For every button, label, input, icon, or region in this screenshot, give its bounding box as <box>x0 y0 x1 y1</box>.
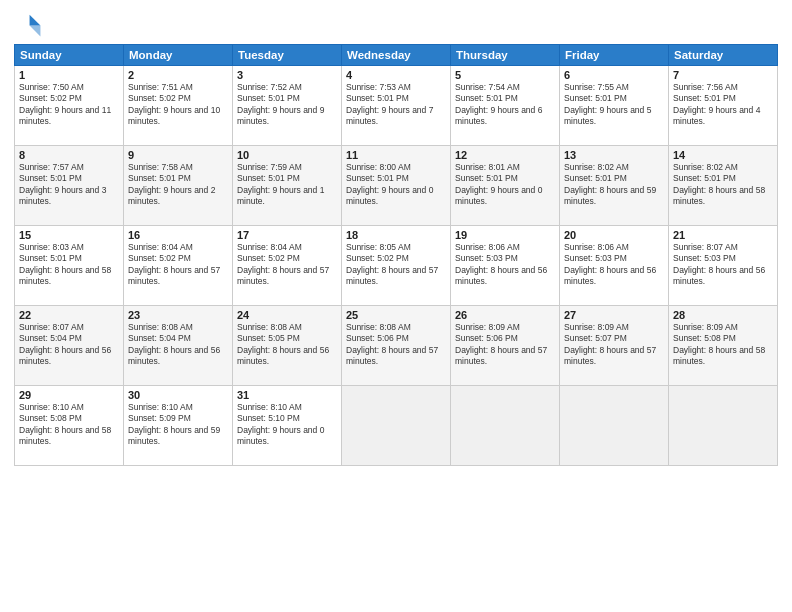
day-cell: 26 Sunrise: 8:09 AM Sunset: 5:06 PM Dayl… <box>451 306 560 386</box>
day-number: 14 <box>673 149 773 161</box>
day-number: 22 <box>19 309 119 321</box>
day-cell: 5 Sunrise: 7:54 AM Sunset: 5:01 PM Dayli… <box>451 66 560 146</box>
day-cell: 30 Sunrise: 8:10 AM Sunset: 5:09 PM Dayl… <box>124 386 233 466</box>
day-cell <box>342 386 451 466</box>
day-cell: 24 Sunrise: 8:08 AM Sunset: 5:05 PM Dayl… <box>233 306 342 386</box>
week-row-5: 29 Sunrise: 8:10 AM Sunset: 5:08 PM Dayl… <box>15 386 778 466</box>
day-info: Sunrise: 8:05 AM Sunset: 5:02 PM Dayligh… <box>346 242 446 288</box>
header-day-sunday: Sunday <box>15 45 124 66</box>
day-number: 18 <box>346 229 446 241</box>
day-number: 11 <box>346 149 446 161</box>
day-number: 9 <box>128 149 228 161</box>
day-cell <box>560 386 669 466</box>
day-info: Sunrise: 7:54 AM Sunset: 5:01 PM Dayligh… <box>455 82 555 128</box>
day-info: Sunrise: 7:52 AM Sunset: 5:01 PM Dayligh… <box>237 82 337 128</box>
calendar-header: SundayMondayTuesdayWednesdayThursdayFrid… <box>15 45 778 66</box>
week-row-2: 8 Sunrise: 7:57 AM Sunset: 5:01 PM Dayli… <box>15 146 778 226</box>
day-cell: 4 Sunrise: 7:53 AM Sunset: 5:01 PM Dayli… <box>342 66 451 146</box>
day-number: 6 <box>564 69 664 81</box>
day-number: 25 <box>346 309 446 321</box>
day-number: 8 <box>19 149 119 161</box>
day-number: 23 <box>128 309 228 321</box>
day-number: 16 <box>128 229 228 241</box>
day-info: Sunrise: 8:04 AM Sunset: 5:02 PM Dayligh… <box>128 242 228 288</box>
week-row-1: 1 Sunrise: 7:50 AM Sunset: 5:02 PM Dayli… <box>15 66 778 146</box>
day-cell: 16 Sunrise: 8:04 AM Sunset: 5:02 PM Dayl… <box>124 226 233 306</box>
day-number: 17 <box>237 229 337 241</box>
day-number: 19 <box>455 229 555 241</box>
day-number: 7 <box>673 69 773 81</box>
day-number: 31 <box>237 389 337 401</box>
day-number: 12 <box>455 149 555 161</box>
day-cell: 1 Sunrise: 7:50 AM Sunset: 5:02 PM Dayli… <box>15 66 124 146</box>
day-info: Sunrise: 8:06 AM Sunset: 5:03 PM Dayligh… <box>564 242 664 288</box>
day-info: Sunrise: 8:04 AM Sunset: 5:02 PM Dayligh… <box>237 242 337 288</box>
day-cell: 3 Sunrise: 7:52 AM Sunset: 5:01 PM Dayli… <box>233 66 342 146</box>
day-cell: 25 Sunrise: 8:08 AM Sunset: 5:06 PM Dayl… <box>342 306 451 386</box>
day-cell: 8 Sunrise: 7:57 AM Sunset: 5:01 PM Dayli… <box>15 146 124 226</box>
day-info: Sunrise: 8:09 AM Sunset: 5:08 PM Dayligh… <box>673 322 773 368</box>
day-cell: 29 Sunrise: 8:10 AM Sunset: 5:08 PM Dayl… <box>15 386 124 466</box>
day-number: 10 <box>237 149 337 161</box>
day-number: 21 <box>673 229 773 241</box>
day-info: Sunrise: 8:03 AM Sunset: 5:01 PM Dayligh… <box>19 242 119 288</box>
day-number: 27 <box>564 309 664 321</box>
logo-icon <box>14 10 42 38</box>
day-number: 4 <box>346 69 446 81</box>
day-info: Sunrise: 8:10 AM Sunset: 5:08 PM Dayligh… <box>19 402 119 448</box>
day-number: 24 <box>237 309 337 321</box>
header-row: SundayMondayTuesdayWednesdayThursdayFrid… <box>15 45 778 66</box>
day-number: 28 <box>673 309 773 321</box>
day-cell: 17 Sunrise: 8:04 AM Sunset: 5:02 PM Dayl… <box>233 226 342 306</box>
week-row-3: 15 Sunrise: 8:03 AM Sunset: 5:01 PM Dayl… <box>15 226 778 306</box>
day-info: Sunrise: 7:56 AM Sunset: 5:01 PM Dayligh… <box>673 82 773 128</box>
day-cell: 15 Sunrise: 8:03 AM Sunset: 5:01 PM Dayl… <box>15 226 124 306</box>
calendar-table: SundayMondayTuesdayWednesdayThursdayFrid… <box>14 44 778 466</box>
week-row-4: 22 Sunrise: 8:07 AM Sunset: 5:04 PM Dayl… <box>15 306 778 386</box>
day-number: 2 <box>128 69 228 81</box>
day-info: Sunrise: 8:00 AM Sunset: 5:01 PM Dayligh… <box>346 162 446 208</box>
day-cell: 18 Sunrise: 8:05 AM Sunset: 5:02 PM Dayl… <box>342 226 451 306</box>
day-info: Sunrise: 8:07 AM Sunset: 5:04 PM Dayligh… <box>19 322 119 368</box>
day-info: Sunrise: 8:10 AM Sunset: 5:10 PM Dayligh… <box>237 402 337 448</box>
day-cell: 11 Sunrise: 8:00 AM Sunset: 5:01 PM Dayl… <box>342 146 451 226</box>
day-info: Sunrise: 8:08 AM Sunset: 5:06 PM Dayligh… <box>346 322 446 368</box>
day-number: 3 <box>237 69 337 81</box>
header-day-thursday: Thursday <box>451 45 560 66</box>
day-number: 20 <box>564 229 664 241</box>
day-cell: 12 Sunrise: 8:01 AM Sunset: 5:01 PM Dayl… <box>451 146 560 226</box>
svg-marker-1 <box>30 26 41 37</box>
day-cell: 23 Sunrise: 8:08 AM Sunset: 5:04 PM Dayl… <box>124 306 233 386</box>
day-number: 13 <box>564 149 664 161</box>
day-info: Sunrise: 7:59 AM Sunset: 5:01 PM Dayligh… <box>237 162 337 208</box>
day-cell: 13 Sunrise: 8:02 AM Sunset: 5:01 PM Dayl… <box>560 146 669 226</box>
day-info: Sunrise: 8:09 AM Sunset: 5:07 PM Dayligh… <box>564 322 664 368</box>
day-number: 30 <box>128 389 228 401</box>
day-cell: 31 Sunrise: 8:10 AM Sunset: 5:10 PM Dayl… <box>233 386 342 466</box>
day-info: Sunrise: 8:01 AM Sunset: 5:01 PM Dayligh… <box>455 162 555 208</box>
day-info: Sunrise: 8:09 AM Sunset: 5:06 PM Dayligh… <box>455 322 555 368</box>
day-number: 26 <box>455 309 555 321</box>
calendar-body: 1 Sunrise: 7:50 AM Sunset: 5:02 PM Dayli… <box>15 66 778 466</box>
day-info: Sunrise: 8:08 AM Sunset: 5:04 PM Dayligh… <box>128 322 228 368</box>
day-cell: 6 Sunrise: 7:55 AM Sunset: 5:01 PM Dayli… <box>560 66 669 146</box>
day-number: 15 <box>19 229 119 241</box>
day-cell: 27 Sunrise: 8:09 AM Sunset: 5:07 PM Dayl… <box>560 306 669 386</box>
day-info: Sunrise: 7:50 AM Sunset: 5:02 PM Dayligh… <box>19 82 119 128</box>
day-info: Sunrise: 8:10 AM Sunset: 5:09 PM Dayligh… <box>128 402 228 448</box>
day-cell <box>669 386 778 466</box>
day-cell: 10 Sunrise: 7:59 AM Sunset: 5:01 PM Dayl… <box>233 146 342 226</box>
day-cell: 2 Sunrise: 7:51 AM Sunset: 5:02 PM Dayli… <box>124 66 233 146</box>
header-day-saturday: Saturday <box>669 45 778 66</box>
day-info: Sunrise: 7:58 AM Sunset: 5:01 PM Dayligh… <box>128 162 228 208</box>
day-info: Sunrise: 7:51 AM Sunset: 5:02 PM Dayligh… <box>128 82 228 128</box>
day-info: Sunrise: 7:53 AM Sunset: 5:01 PM Dayligh… <box>346 82 446 128</box>
header-day-monday: Monday <box>124 45 233 66</box>
day-number: 5 <box>455 69 555 81</box>
header-day-tuesday: Tuesday <box>233 45 342 66</box>
logo <box>14 10 46 38</box>
day-info: Sunrise: 8:02 AM Sunset: 5:01 PM Dayligh… <box>564 162 664 208</box>
day-info: Sunrise: 8:08 AM Sunset: 5:05 PM Dayligh… <box>237 322 337 368</box>
day-info: Sunrise: 7:57 AM Sunset: 5:01 PM Dayligh… <box>19 162 119 208</box>
day-info: Sunrise: 8:06 AM Sunset: 5:03 PM Dayligh… <box>455 242 555 288</box>
